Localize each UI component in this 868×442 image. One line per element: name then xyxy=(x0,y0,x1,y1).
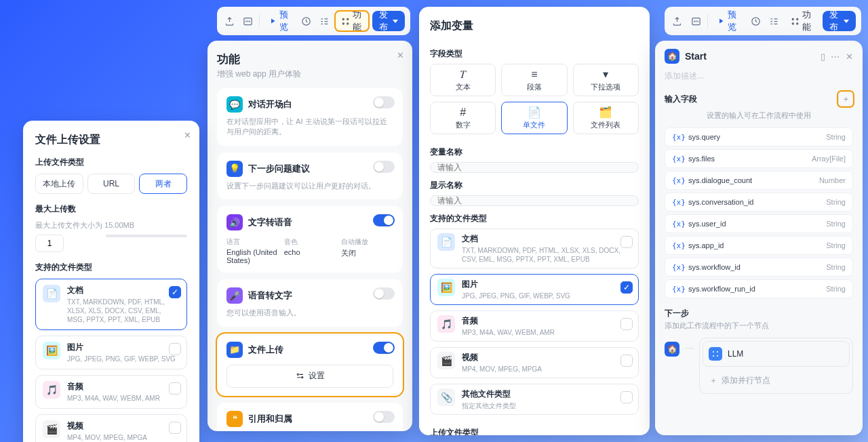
features-button[interactable]: 功能 xyxy=(785,12,818,31)
max-count-slider[interactable] xyxy=(106,235,187,237)
type-text[interactable]: 𝑇文本 xyxy=(430,64,496,96)
checkbox-icon[interactable]: ✓ xyxy=(620,281,633,294)
close-icon[interactable]: ✕ xyxy=(184,130,191,140)
feature-file-upload: 📁 文件上传 设置 xyxy=(217,334,403,396)
type-select[interactable]: ▾下拉选项 xyxy=(573,64,639,96)
type-paragraph[interactable]: ≡段落 xyxy=(501,64,567,96)
video-icon: 🎬 xyxy=(43,420,60,438)
top-toolbar-right: 预览 功能 发布 xyxy=(665,7,861,35)
add-field-button[interactable]: ＋ xyxy=(838,92,853,106)
varname-input[interactable] xyxy=(430,162,639,173)
file-icon: 📎 xyxy=(437,388,455,406)
document-icon: 📄 xyxy=(437,233,455,251)
more-icon[interactable]: ⋯ xyxy=(831,52,840,62)
export-icon[interactable] xyxy=(670,12,684,31)
svg-point-8 xyxy=(792,18,793,20)
display-input[interactable] xyxy=(430,195,639,206)
json-icon[interactable] xyxy=(688,12,703,31)
checklist-icon[interactable] xyxy=(317,12,332,31)
toggle-tts[interactable] xyxy=(373,214,395,226)
svg-point-2 xyxy=(342,18,344,20)
upload-type-local[interactable]: 本地上传 xyxy=(35,174,83,194)
history-icon[interactable] xyxy=(299,12,313,31)
type-number[interactable]: #数字 xyxy=(430,102,496,134)
publish-button[interactable]: 发布 xyxy=(823,11,856,31)
features-button[interactable]: 功能 xyxy=(336,12,368,31)
type-file[interactable]: 📄单文件 xyxy=(501,102,567,134)
upload-type-url[interactable]: URL xyxy=(87,174,136,194)
filetype-image[interactable]: 🖼️ 图片JPG, JPEG, PNG, GIF, WEBP, SVG ✓ xyxy=(430,274,639,305)
checkbox-icon[interactable] xyxy=(169,382,181,395)
file-upload-settings-modal: ✕ 文件上传设置 上传文件类型 本地上传 URL 两者 最大上传数 最大上传文件… xyxy=(23,121,199,442)
filetype-other[interactable]: 📎 其他文件类型指定其他文件类型 xyxy=(430,384,639,415)
variable-row[interactable]: {x} sys.conversation_idString xyxy=(665,193,853,212)
filetype-audio[interactable]: 🎵 音频MP3, M4A, WAV, WEBM, AMR xyxy=(35,375,187,409)
audio-icon: 🎵 xyxy=(43,381,60,399)
publish-label: 发布 xyxy=(379,9,390,33)
checkbox-icon[interactable]: ✓ xyxy=(169,286,181,298)
upload-settings-button[interactable]: 设置 xyxy=(226,365,393,388)
close-icon[interactable]: ✕ xyxy=(846,52,853,62)
book-icon[interactable]: ▯ xyxy=(821,52,825,62)
upload-type-both[interactable]: 两者 xyxy=(139,174,187,194)
supported-types-label: 支持的文件类型 xyxy=(35,262,187,273)
start-title: Start xyxy=(685,51,707,62)
max-count-label: 最大上传数 xyxy=(35,203,187,215)
checkbox-icon[interactable] xyxy=(169,422,181,434)
filetype-document[interactable]: 📄 文档TXT, MARKDOWN, PDF, HTML, XLSX, XLS,… xyxy=(430,228,639,268)
add-description[interactable]: 添加描述... xyxy=(665,71,853,82)
variable-row[interactable]: {x} sys.queryString xyxy=(665,127,853,146)
features-label: 功能 xyxy=(353,9,363,33)
variable-row[interactable]: {x} sys.dialogue_countNumber xyxy=(665,171,853,190)
start-node-panel: 🏠 Start ▯ ⋯ ✕ 添加描述... 输入字段 ＋ 设置的输入可在工作流程… xyxy=(655,41,863,435)
toggle-stt[interactable] xyxy=(373,287,395,300)
toggle-cite[interactable] xyxy=(373,411,395,423)
svg-point-3 xyxy=(347,18,349,20)
preview-button[interactable]: 预览 xyxy=(711,12,744,31)
llm-node[interactable]: LLM xyxy=(703,341,850,367)
variable-row[interactable]: {x} sys.user_idString xyxy=(665,214,853,233)
filetype-audio[interactable]: 🎵 音频MP3, M4A, WAV, WEBM, AMR xyxy=(430,310,639,342)
input-fields-label: 输入字段 xyxy=(665,94,697,105)
checkbox-icon[interactable] xyxy=(620,355,633,367)
folder-icon: 📁 xyxy=(226,342,243,358)
history-icon[interactable] xyxy=(749,12,763,31)
toggle-suggest[interactable] xyxy=(373,161,395,173)
image-icon: 🖼️ xyxy=(43,342,60,359)
preview-button[interactable]: 预览 xyxy=(263,12,295,31)
features-subtitle: 增强 web app 用户体验 xyxy=(217,68,403,80)
json-icon[interactable] xyxy=(241,12,255,31)
close-icon[interactable]: ✕ xyxy=(397,50,404,60)
feature-stt: 🎤 语音转文字 您可以使用语音输入。 xyxy=(217,279,403,326)
checkbox-icon[interactable] xyxy=(620,391,633,403)
publish-button[interactable]: 发布 xyxy=(372,11,405,31)
export-icon[interactable] xyxy=(222,12,237,31)
filetype-video[interactable]: 🎬 视频MP4, MOV, MPEG, MPGA xyxy=(35,414,187,442)
toggle-convo[interactable] xyxy=(373,96,395,108)
variable-row[interactable]: {x} sys.filesArray[File] xyxy=(665,149,853,168)
home-icon: 🏠 xyxy=(665,49,679,64)
variable-row[interactable]: {x} sys.app_idString xyxy=(665,236,853,255)
modal-title: 文件上传设置 xyxy=(35,133,187,147)
filetype-video[interactable]: 🎬 视频MP4, MOV, MPEG, MPGA xyxy=(430,347,639,378)
upload-type-label: 上传文件类型 xyxy=(35,157,187,168)
svg-point-17 xyxy=(717,355,718,357)
type-files[interactable]: 🗂️文件列表 xyxy=(573,102,639,134)
checklist-icon[interactable] xyxy=(767,12,781,31)
checkbox-icon[interactable] xyxy=(620,318,633,330)
toggle-upload[interactable] xyxy=(373,342,395,354)
supported-label: 支持的文件类型 xyxy=(430,213,639,224)
variable-row[interactable]: {x} sys.workflow_idString xyxy=(665,258,853,277)
checkbox-icon[interactable] xyxy=(620,236,633,248)
add-parallel-button[interactable]: ＋ 添加并行节点 xyxy=(703,371,850,390)
add-variable-panel: 添加变量 字段类型 𝑇文本 ≡段落 ▾下拉选项 #数字 📄单文件 🗂️文件列表 … xyxy=(419,7,650,435)
chevron-down-icon xyxy=(393,20,398,23)
filetype-image[interactable]: 🖼️ 图片JPG, JPEG, PNG, GIF, WEBP, SVG xyxy=(35,336,187,369)
document-icon: 📄 xyxy=(43,285,60,302)
filetype-document[interactable]: 📄 文档TXT, MARKDOWN, PDF, HTML, XLSX, XLS,… xyxy=(35,279,187,330)
publish-label: 发布 xyxy=(829,9,841,33)
variable-row[interactable]: {x} sys.workflow_run_idString xyxy=(665,279,853,298)
max-count-input[interactable] xyxy=(35,235,64,252)
checkbox-icon[interactable] xyxy=(169,343,181,355)
feature-conversation-opener: 💬 对话开场白 在对话型应用中，让 AI 主动说第一段话可以拉近与用户间的距离。 xyxy=(217,88,403,146)
